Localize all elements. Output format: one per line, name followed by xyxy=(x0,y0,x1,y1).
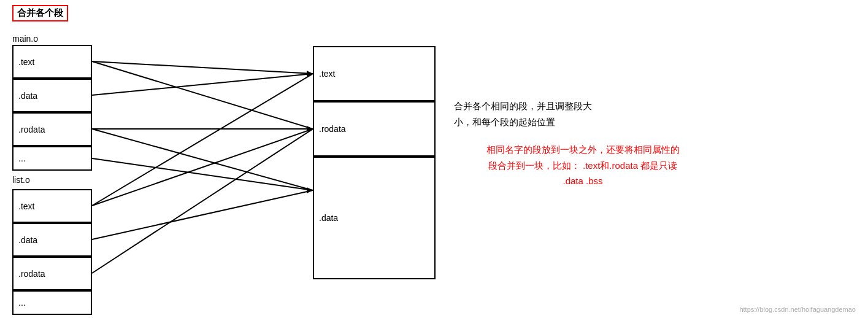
main-data-box: .data xyxy=(12,79,92,112)
main-dots-box: ... xyxy=(12,146,92,171)
list-dots-box: ... xyxy=(12,290,92,315)
svg-line-4 xyxy=(92,129,313,190)
merge-rodata-box: .rodata xyxy=(313,101,436,157)
watermark: https://blog.csdn.net/hoifaguangdemao xyxy=(739,306,856,313)
main-rodata-box: .rodata xyxy=(12,112,92,146)
svg-marker-10 xyxy=(307,71,313,77)
page-title: 合并各个段 xyxy=(12,5,68,21)
merge-text-box: .text xyxy=(313,46,436,101)
svg-line-5 xyxy=(92,158,313,190)
main-text-box: .text xyxy=(12,45,92,79)
list-rodata-box: .rodata xyxy=(12,257,92,290)
desc-red-text: 相同名字的段放到一块之外，还要将相同属性的 段合并到一块，比如： .text和.… xyxy=(454,142,712,189)
description-area: 合并各个相同的段，并且调整段大 小，和每个段的起始位置 相同名字的段放到一块之外… xyxy=(454,98,712,189)
svg-line-1 xyxy=(92,61,313,129)
label-list-o: list.o xyxy=(12,175,30,185)
svg-line-9 xyxy=(92,129,313,273)
svg-line-7 xyxy=(92,129,313,206)
svg-line-0 xyxy=(92,61,313,74)
desc-black-text: 合并各个相同的段，并且调整段大 小，和每个段的起始位置 xyxy=(454,98,712,130)
svg-marker-11 xyxy=(307,126,313,132)
svg-marker-12 xyxy=(307,187,313,193)
label-main-o: main.o xyxy=(12,34,38,44)
list-data-box: .data xyxy=(12,223,92,257)
merge-data-box: .data xyxy=(313,157,436,279)
list-text-box: .text xyxy=(12,189,92,223)
svg-line-2 xyxy=(92,74,313,95)
svg-line-6 xyxy=(92,74,313,206)
svg-line-8 xyxy=(92,190,313,239)
